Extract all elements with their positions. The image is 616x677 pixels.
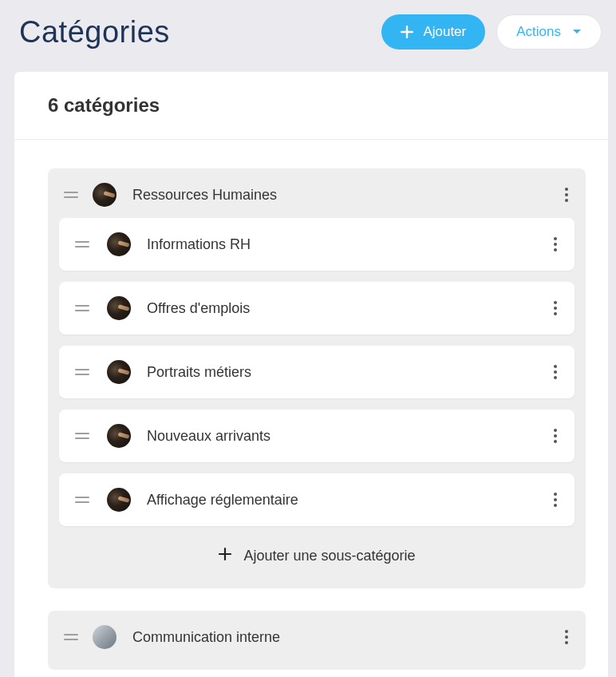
drag-handle-icon[interactable] bbox=[75, 497, 89, 503]
chevron-down-icon bbox=[572, 29, 582, 35]
plus-icon bbox=[218, 547, 232, 564]
drag-handle-icon[interactable] bbox=[75, 433, 89, 439]
avatar bbox=[93, 183, 116, 207]
actions-button[interactable]: Actions bbox=[496, 14, 602, 49]
avatar bbox=[107, 296, 131, 320]
subcategory-label: Informations RH bbox=[147, 236, 549, 253]
categories-count: 6 catégories bbox=[48, 94, 608, 117]
kebab-icon[interactable] bbox=[560, 625, 573, 649]
categories-panel: 6 catégories Ressources Humaines Informa… bbox=[14, 72, 608, 677]
add-button[interactable]: Ajouter bbox=[381, 14, 485, 49]
drag-handle-icon[interactable] bbox=[75, 241, 89, 247]
add-subcategory-label: Ajouter une sous-catégorie bbox=[243, 548, 415, 564]
actions-button-label: Actions bbox=[516, 24, 561, 40]
category-label: Communication interne bbox=[132, 629, 560, 646]
avatar bbox=[107, 488, 131, 512]
subcategory-row[interactable]: Portraits métiers bbox=[59, 346, 575, 398]
drag-handle-icon[interactable] bbox=[64, 634, 78, 640]
subcategory-label: Affichage réglementaire bbox=[147, 492, 549, 509]
avatar bbox=[107, 424, 131, 448]
avatar bbox=[107, 232, 131, 256]
drag-handle-icon[interactable] bbox=[75, 305, 89, 311]
subcategory-row[interactable]: Affichage réglementaire bbox=[59, 473, 575, 526]
subcategory-row[interactable]: Informations RH bbox=[59, 218, 575, 271]
subcategory-label: Portraits métiers bbox=[147, 364, 549, 381]
category-row[interactable]: Ressources Humaines bbox=[48, 168, 586, 218]
kebab-icon[interactable] bbox=[549, 488, 562, 512]
avatar bbox=[93, 625, 116, 649]
kebab-icon[interactable] bbox=[549, 360, 562, 384]
kebab-icon[interactable] bbox=[549, 296, 562, 320]
subcategory-label: Nouveaux arrivants bbox=[147, 428, 549, 445]
add-button-label: Ajouter bbox=[423, 24, 466, 40]
subcategory-row[interactable]: Offres d'emplois bbox=[59, 282, 575, 335]
drag-handle-icon[interactable] bbox=[64, 192, 78, 198]
kebab-icon[interactable] bbox=[560, 183, 573, 207]
plus-icon bbox=[401, 26, 413, 38]
kebab-icon[interactable] bbox=[549, 232, 562, 256]
subcategory-label: Offres d'emplois bbox=[147, 300, 549, 317]
subcategory-row[interactable]: Nouveaux arrivants bbox=[59, 410, 575, 462]
page-title: Catégories bbox=[19, 15, 381, 49]
kebab-icon[interactable] bbox=[549, 424, 562, 448]
avatar bbox=[107, 360, 131, 384]
add-subcategory-button[interactable]: Ajouter une sous-catégorie bbox=[48, 537, 586, 579]
drag-handle-icon[interactable] bbox=[75, 369, 89, 375]
category-group: Ressources Humaines Informations RH Offr… bbox=[48, 168, 586, 588]
category-label: Ressources Humaines bbox=[132, 187, 560, 204]
category-row[interactable]: Communication interne bbox=[48, 611, 586, 660]
category-group: Communication interne bbox=[48, 611, 586, 670]
